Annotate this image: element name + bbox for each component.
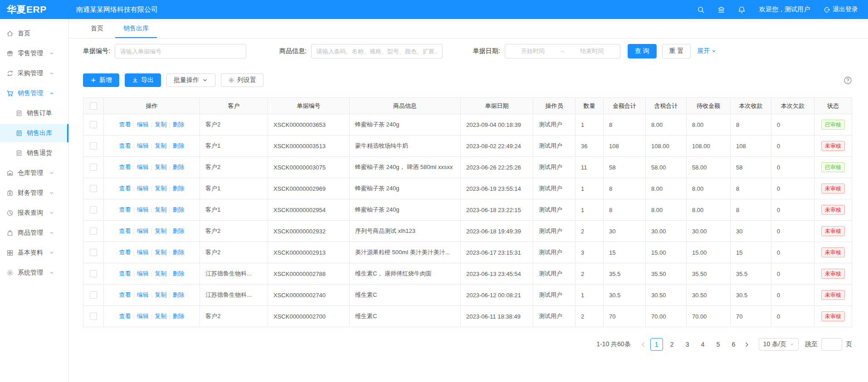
copy-link[interactable]: 复制 [155, 121, 166, 128]
row-checkbox[interactable] [90, 227, 97, 235]
notification-bell-icon[interactable] [738, 6, 746, 14]
row-checkbox[interactable] [90, 313, 97, 320]
sidebar-item-销售出库[interactable]: 销售出库 [0, 124, 68, 142]
app-logo[interactable]: 华夏ERP [0, 3, 69, 16]
export-button[interactable]: 导出 [125, 73, 161, 87]
row-checkbox[interactable] [90, 142, 97, 150]
next-page-button[interactable] [741, 338, 752, 351]
sidebar-item-采购管理[interactable]: 采购管理 [0, 64, 68, 82]
sidebar-item-零售管理[interactable]: 零售管理 [0, 44, 68, 63]
sidebar-item-销售订单[interactable]: 销售订单 [0, 104, 68, 122]
copy-link[interactable]: 复制 [155, 270, 166, 277]
copy-link[interactable]: 复制 [155, 206, 166, 213]
add-button[interactable]: 新增 [83, 73, 119, 87]
tab-首页[interactable]: 首页 [83, 19, 112, 38]
column-settings-button[interactable]: 列设置 [221, 73, 263, 87]
date-range-picker[interactable]: 开始时间 ~ 结束时间 [505, 44, 620, 58]
prev-page-button[interactable] [638, 338, 649, 351]
page-number-3[interactable]: 3 [681, 338, 694, 351]
copy-link[interactable]: 复制 [155, 185, 166, 192]
delete-link[interactable]: 删除 [173, 291, 185, 298]
jump-page-input[interactable] [821, 338, 842, 351]
edit-link[interactable]: 编辑 [137, 249, 149, 256]
delete-link[interactable]: 删除 [173, 227, 185, 234]
column-header-操作: 操作 [104, 98, 200, 114]
column-header-待收金额: 待收金额 [687, 98, 731, 114]
page-size-select[interactable]: 10 条/页 [759, 338, 799, 351]
page-number-5[interactable]: 5 [712, 338, 725, 351]
select-all-checkbox[interactable] [90, 102, 97, 110]
sidebar-item-仓库管理[interactable]: 仓库管理 [0, 164, 68, 182]
bill-no-input[interactable] [115, 44, 246, 58]
reset-button[interactable]: 重 置 [662, 44, 691, 58]
sidebar-item-首页[interactable]: 首页 [0, 24, 68, 43]
view-link[interactable]: 查看 [119, 313, 131, 319]
cell-customer: 客户2 [200, 242, 268, 263]
edit-link[interactable]: 编辑 [137, 142, 149, 149]
sidebar-item-销售管理[interactable]: 销售管理 [0, 84, 68, 102]
view-link[interactable]: 查看 [119, 270, 131, 277]
sidebar-item-报表查询[interactable]: 报表查询 [0, 204, 68, 222]
row-checkbox[interactable] [90, 270, 97, 277]
search-icon[interactable] [697, 6, 705, 14]
view-link[interactable]: 查看 [119, 164, 131, 170]
page-number-6[interactable]: 6 [727, 338, 740, 351]
row-checkbox[interactable] [90, 121, 97, 128]
edit-link[interactable]: 编辑 [137, 313, 149, 319]
view-link[interactable]: 查看 [119, 206, 131, 213]
page-number-1[interactable]: 1 [650, 338, 663, 351]
copy-link[interactable]: 复制 [155, 249, 166, 256]
logout-button[interactable]: 退出登录 [824, 5, 858, 14]
cell-operator: 测试用户 [533, 135, 575, 157]
bank-icon[interactable] [717, 6, 725, 14]
edit-link[interactable]: 编辑 [137, 227, 149, 234]
edit-link[interactable]: 编辑 [137, 291, 149, 298]
row-checkbox[interactable] [90, 206, 97, 213]
view-link[interactable]: 查看 [119, 185, 131, 192]
delete-link[interactable]: 删除 [173, 121, 185, 128]
help-icon[interactable] [844, 76, 852, 85]
row-checkbox[interactable] [90, 185, 97, 192]
page-number-2[interactable]: 2 [666, 338, 678, 351]
sidebar-item-销售退货[interactable]: 销售退货 [0, 144, 68, 162]
delete-link[interactable]: 删除 [173, 206, 185, 213]
row-checkbox[interactable] [90, 164, 97, 171]
material-input[interactable] [311, 44, 443, 58]
search-button[interactable]: 查 询 [628, 44, 657, 58]
copy-link[interactable]: 复制 [155, 227, 166, 234]
batch-actions-button[interactable]: 批量操作 [166, 73, 215, 87]
view-link[interactable]: 查看 [119, 227, 131, 234]
tab-销售出库[interactable]: 销售出库 [115, 19, 157, 38]
row-checkbox[interactable] [90, 249, 97, 256]
copy-link[interactable]: 复制 [155, 164, 166, 170]
delete-link[interactable]: 删除 [173, 185, 185, 192]
edit-link[interactable]: 编辑 [137, 121, 149, 128]
edit-link[interactable]: 编辑 [137, 206, 149, 213]
delete-link[interactable]: 删除 [173, 249, 185, 256]
filter-row: 单据编号: 商品信息: 单据日期: 开始时间 ~ 结束时间 [83, 44, 852, 58]
edit-link[interactable]: 编辑 [137, 185, 149, 192]
view-link[interactable]: 查看 [119, 291, 131, 298]
delete-link[interactable]: 删除 [173, 142, 185, 149]
row-checkbox[interactable] [90, 291, 97, 299]
copy-link[interactable]: 复制 [155, 291, 166, 298]
view-link[interactable]: 查看 [119, 249, 131, 256]
sidebar-item-商品管理[interactable]: 商品管理 [0, 224, 68, 242]
page-number-4[interactable]: 4 [697, 338, 709, 351]
toolbar: 新增 导出 批量操作 列设置 [83, 73, 852, 87]
delete-link[interactable]: 删除 [173, 164, 185, 170]
sidebar-item-财务管理[interactable]: 财务管理 [0, 184, 68, 202]
sidebar-item-基本资料[interactable]: 基本资料 [0, 244, 68, 262]
view-link[interactable]: 查看 [119, 121, 131, 128]
sidebar-item-系统管理[interactable]: 系统管理 [0, 264, 68, 282]
copy-link[interactable]: 复制 [155, 142, 166, 149]
delete-link[interactable]: 删除 [173, 313, 185, 319]
edit-link[interactable]: 编辑 [137, 164, 149, 170]
copy-link[interactable]: 复制 [155, 313, 166, 319]
expand-link[interactable]: 展开 [697, 47, 717, 55]
edit-link[interactable]: 编辑 [137, 270, 149, 277]
chevron-down-icon [790, 342, 794, 347]
cell-bill_no: XSCK00000002969 [268, 178, 350, 199]
view-link[interactable]: 查看 [119, 142, 131, 149]
delete-link[interactable]: 删除 [173, 270, 185, 277]
